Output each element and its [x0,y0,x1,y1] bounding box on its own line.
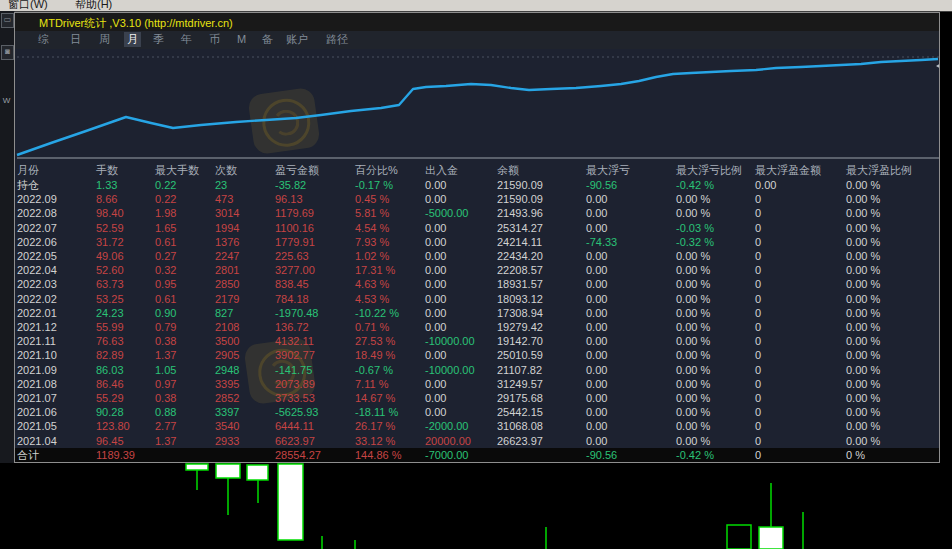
cell-8: 25010.59 [497,348,543,362]
table-row-2021.10[interactable]: 2021.1082.891.3729053902.7718.49 %0.0025… [15,348,940,362]
cell-1: 2021.11 [17,334,56,348]
toolbar-item-6[interactable]: 年 [178,32,195,47]
w-icon[interactable]: W [1,95,12,108]
cell-5: 784.18 [275,292,309,306]
cell-3: 0.88 [155,405,176,419]
table-row-2022.04[interactable]: 2022.0452.600.3228013277.0017.31 %0.0022… [15,263,940,277]
cell-9: 0.00 [586,221,607,235]
table-row-2022.07[interactable]: 2022.0752.591.6519941100.164.54 %0.00253… [15,221,940,235]
candle-body [759,527,783,549]
cell-3: 1.98 [155,206,176,220]
cell-5: 838.45 [275,277,309,291]
cell-4: 3540 [215,419,239,433]
cell-3: 1.37 [155,348,176,362]
cell-12: 0.00 % [846,178,880,192]
cell-5: 4132.11 [275,334,314,348]
cell-5: -1970.48 [275,306,318,320]
toolbar-item-4[interactable]: 月 [124,32,141,47]
cell-3: 0.61 [155,235,176,249]
table-row-2021.05[interactable]: 2021.05123.802.7735406444.1126.17 %-2000… [15,419,940,433]
cell-7: 0.00 [425,249,446,263]
cell-11: 0 [755,306,761,320]
cell-5: 1100.16 [275,221,314,235]
cell-5: 225.63 [275,249,309,263]
table-row-2022.03[interactable]: 2022.0363.730.952850838.454.63 %0.001893… [15,277,940,291]
cell-2: 86.46 [96,377,124,391]
cell-8: 29175.68 [497,391,543,405]
cell-7: 20000.00 [425,434,471,448]
cell-8: 25442.15 [497,405,543,419]
equity-curve-chart[interactable]: 2021.04 2022.09 [15,49,940,161]
cell-11: 0 [755,348,761,362]
cell-2: 123.80 [96,419,130,433]
cell-9: 0.00 [586,391,607,405]
cell-6: 14.67 % [355,391,395,405]
toolbar-item-2[interactable]: 日 [67,32,84,47]
table-row-2022.05[interactable]: 2022.0549.060.272247225.631.02 %0.002243… [15,249,940,263]
table-row-2021.07[interactable]: 2021.0755.290.3828523733.5314.67 %0.0029… [15,391,940,405]
table-row-2022.09[interactable]: 2022.098.660.2247396.130.45 %0.0021590.0… [15,192,940,206]
cell-4: 2108 [215,320,239,334]
table-row-2021.12[interactable]: 2021.1255.990.792108136.720.71 %0.001927… [15,320,940,334]
cell-8: 19142.70 [497,334,543,348]
cell-11: 0 [755,334,761,348]
toolbar-item-8[interactable]: M [234,32,249,47]
cell-1: 2021.07 [17,391,57,405]
toolbar-item-1[interactable]: 综 [35,32,52,47]
cell-11: 0 [755,292,761,306]
cell-12: 0.00 % [846,292,880,306]
toolbar-item-10[interactable]: 账户 [283,32,311,47]
cell-12: 0.00 % [846,192,880,206]
cell-3: 0.22 [155,192,176,206]
cell-10: -0.42 % [676,178,714,192]
window-title-bar[interactable]: MTDriver统计 ,V3.10 (http://mtdriver.cn) [15,13,939,31]
cell-7: 0.00 [425,377,446,391]
toolbar-item-9[interactable]: 备 [259,32,276,47]
cell-5: 28554.27 [275,448,321,462]
stamp-icon[interactable]: ◙ [1,45,14,60]
cell-1: 2021.09 [17,363,57,377]
cell-2: 82.89 [96,348,124,362]
background-candlestick-chart[interactable] [0,463,952,549]
cell-9: 0.00 [586,306,607,320]
toolbar-item-3[interactable]: 周 [96,32,113,47]
toolbar-item-5[interactable]: 季 [150,32,167,47]
table-row-2022.06[interactable]: 2022.0631.720.6113761779.917.93 %0.00242… [15,235,940,249]
cell-10: 0.00 % [676,206,710,220]
cell-6: -0.17 % [355,178,393,192]
menu-item-help[interactable]: 帮助(H) [75,0,112,12]
table-row-2022.01[interactable]: 2022.0124.230.90827-1970.48-10.22 %0.001… [15,306,940,320]
toolbar-item-7[interactable]: 币 [206,32,223,47]
cell-7: 0.00 [425,320,446,334]
cell-11: 0 [755,192,761,206]
cell-1: 2022.07 [17,221,57,235]
table-row-2022.08[interactable]: 2022.0898.401.9830141179.695.81 %-5000.0… [15,206,940,220]
table-row-2022.02[interactable]: 2022.0253.250.612179784.184.53 %0.001809… [15,292,940,306]
table-row-2021.08[interactable]: 2021.0886.460.9733952073.897.11 %0.00312… [15,377,940,391]
host-toolbar-icon[interactable]: ▭ [1,13,14,28]
cell-12: 0.00 % [846,320,880,334]
cell-5: 3902.77 [275,348,315,362]
table-row-2021.11[interactable]: 2021.1176.630.3835004132.1127.53 %-10000… [15,334,940,348]
cell-1: 2022.02 [17,292,57,306]
cell-2: 55.99 [96,320,124,334]
cell-12: 0.00 % [846,221,880,235]
table-row-2021.06[interactable]: 2021.0690.280.883397-5625.93-18.11 %0.00… [15,405,940,419]
table-row-持仓[interactable]: 持仓1.330.2223-35.82-0.17 %0.0021590.09-90… [15,178,940,192]
col-header-7: 出入金 [425,163,458,178]
cell-11: 0 [755,391,761,405]
table-row-2021.04[interactable]: 2021.0496.451.3729336623.9733.12 %20000.… [15,434,940,448]
cell-1: 2022.09 [17,192,57,206]
table-row-2021.09[interactable]: 2021.0986.031.052948-141.75-0.67 %-10000… [15,363,940,377]
cell-11: 0 [755,221,761,235]
host-left-toolbar: ▭ ◙ W [0,11,15,463]
table-total-row[interactable]: 合计1189.3928554.27144.86 %-7000.00-90.56-… [15,448,940,462]
cell-1: 2021.10 [17,348,57,362]
cell-5: 136.72 [275,320,309,334]
cell-4: 2801 [215,263,239,277]
col-header-10: 最大浮亏比例 [676,163,742,178]
toolbar-item-path[interactable]: 路径 [323,32,351,47]
cell-2: 86.03 [96,363,124,377]
cell-10: 0.00 % [676,419,710,433]
cell-9: 0.00 [586,434,607,448]
